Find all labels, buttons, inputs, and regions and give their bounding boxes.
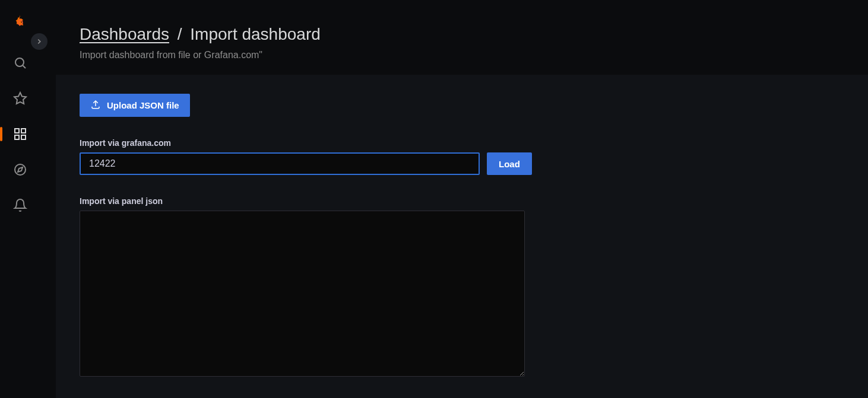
svg-marker-3 bbox=[14, 93, 26, 104]
grafana-logo-icon[interactable] bbox=[8, 11, 32, 34]
panel-json-textarea[interactable] bbox=[80, 211, 525, 377]
svg-rect-5 bbox=[21, 129, 26, 133]
import-panel: Upload JSON file Import via grafana.com … bbox=[56, 75, 868, 398]
svg-point-1 bbox=[15, 58, 24, 66]
svg-rect-7 bbox=[21, 135, 26, 139]
page-header: Dashboards / Import dashboard Import das… bbox=[40, 0, 868, 75]
panel-json-label: Import via panel json bbox=[80, 196, 844, 206]
upload-icon bbox=[90, 99, 101, 112]
grafana-com-field: Import via grafana.com Load bbox=[80, 138, 844, 175]
panel-json-field: Import via panel json bbox=[80, 196, 844, 379]
explore-icon[interactable] bbox=[8, 158, 32, 182]
load-button[interactable]: Load bbox=[487, 152, 532, 175]
svg-line-2 bbox=[23, 66, 26, 69]
upload-json-label: Upload JSON file bbox=[107, 100, 179, 110]
dashboards-icon[interactable] bbox=[8, 122, 32, 146]
grafana-com-input[interactable] bbox=[80, 152, 480, 175]
svg-point-8 bbox=[15, 164, 26, 175]
page-subtitle: Import dashboard from file or Grafana.co… bbox=[80, 50, 868, 61]
breadcrumb: Dashboards / Import dashboard bbox=[80, 25, 868, 44]
alerting-icon[interactable] bbox=[8, 193, 32, 217]
svg-marker-9 bbox=[18, 167, 23, 172]
sidebar-nav bbox=[0, 0, 40, 398]
svg-rect-4 bbox=[15, 129, 19, 133]
upload-json-button[interactable]: Upload JSON file bbox=[80, 94, 190, 117]
search-icon[interactable] bbox=[8, 51, 32, 75]
breadcrumb-parent-link[interactable]: Dashboards bbox=[80, 25, 169, 43]
breadcrumb-current: Import dashboard bbox=[190, 25, 320, 43]
grafana-com-label: Import via grafana.com bbox=[80, 138, 844, 148]
svg-rect-6 bbox=[15, 135, 19, 139]
main-content: Dashboards / Import dashboard Import das… bbox=[40, 0, 868, 398]
star-icon[interactable] bbox=[8, 87, 32, 110]
expand-sidebar-button[interactable] bbox=[31, 33, 47, 50]
breadcrumb-separator: / bbox=[178, 25, 182, 43]
